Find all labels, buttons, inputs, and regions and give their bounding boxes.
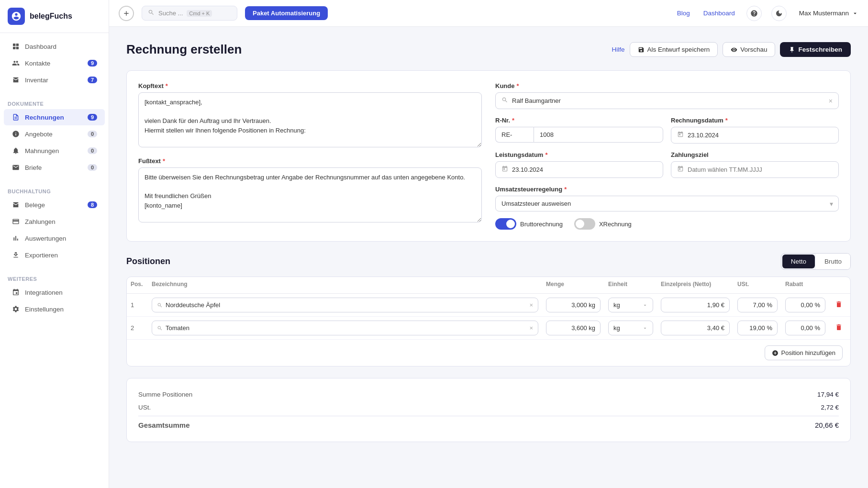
pos-einheit-select-2[interactable]: kg bbox=[608, 321, 653, 335]
sidebar-item-label-auswertungen: Auswertungen bbox=[25, 235, 97, 242]
customer-search-field[interactable]: × bbox=[495, 92, 839, 109]
pos-delete-button-2[interactable] bbox=[833, 322, 845, 335]
rechnungsdatum-label: Rechnungsdatum * bbox=[671, 117, 839, 124]
pos-discount-input-2[interactable] bbox=[785, 321, 825, 335]
kopftext-input[interactable]: [kontakt_ansprache], vielen Dank für den… bbox=[138, 92, 482, 147]
payments-icon bbox=[11, 217, 20, 226]
umsatzsteuer-select[interactable]: Umsatzsteuer ausweisen bbox=[495, 196, 839, 211]
pos-clear-icon-2[interactable]: × bbox=[529, 324, 533, 332]
pos-price-input-2[interactable] bbox=[661, 321, 730, 335]
xrechnung-toggle[interactable] bbox=[574, 218, 595, 230]
pos-discount-input-1[interactable] bbox=[785, 298, 825, 312]
user-menu[interactable]: Max Mustermann bbox=[799, 10, 858, 17]
form-right: Kunde * × bbox=[495, 82, 839, 230]
pos-menge-input-1[interactable] bbox=[546, 298, 601, 312]
pos-tax-input-1[interactable] bbox=[737, 298, 778, 312]
kunde-label: Kunde * bbox=[495, 82, 839, 89]
sidebar-item-label-inventar: Inventar bbox=[25, 77, 83, 84]
sidebar-item-zahlungen[interactable]: Zahlungen bbox=[4, 213, 105, 230]
rnr-prefix-input[interactable] bbox=[495, 127, 534, 143]
pos-price-input-1[interactable] bbox=[661, 298, 730, 312]
gesamtsumme-value: 20,66 € bbox=[815, 421, 839, 429]
search-bar[interactable]: Suche ... Cmd + K bbox=[142, 6, 237, 21]
col-rabatt: Rabatt bbox=[781, 277, 829, 294]
save-draft-button[interactable]: Als Entwurf speichern bbox=[630, 42, 718, 57]
customer-input[interactable] bbox=[512, 97, 825, 104]
sidebar-item-mahnungen[interactable]: Mahnungen 0 bbox=[4, 143, 105, 159]
pos-product-input-2[interactable]: × bbox=[152, 321, 538, 335]
theme-icon[interactable] bbox=[771, 6, 787, 21]
pos-num-1: 1 bbox=[127, 294, 148, 317]
col-ust: USt. bbox=[734, 277, 781, 294]
sidebar-header: belegFuchs bbox=[0, 0, 109, 33]
pos-einheit-select-1[interactable]: kg bbox=[608, 298, 653, 312]
package-button[interactable]: Paket Automatisierung bbox=[245, 6, 328, 20]
gesamtsumme-label: Gesamtsumme bbox=[138, 421, 190, 429]
sidebar-badge-mahnungen: 0 bbox=[88, 147, 97, 154]
blog-link[interactable]: Blog bbox=[677, 10, 690, 17]
add-position-button[interactable]: Position hinzufügen bbox=[765, 345, 843, 360]
positions-table: Pos. Bezeichnung Menge Einheit Einzelpre… bbox=[127, 277, 850, 339]
help-circle-icon[interactable] bbox=[746, 6, 762, 21]
bruttorechnung-label: Bruttorechnung bbox=[520, 221, 563, 228]
form-main-grid: Kopftext * [kontakt_ansprache], vielen D… bbox=[138, 82, 839, 230]
search-shortcut: Cmd + K bbox=[187, 10, 212, 17]
sidebar-item-angebote[interactable]: Angebote 0 bbox=[4, 126, 105, 142]
required-star: * bbox=[166, 82, 168, 89]
leistungsdatum-field[interactable] bbox=[512, 166, 657, 173]
sidebar-item-kontakte[interactable]: Kontakte 9 bbox=[4, 55, 105, 71]
col-actions bbox=[829, 277, 850, 294]
sidebar-item-einstellungen[interactable]: Einstellungen bbox=[4, 301, 105, 317]
rechnungsdatum-field[interactable] bbox=[688, 132, 833, 139]
bruttorechnung-toggle[interactable] bbox=[495, 218, 516, 230]
customer-clear-icon[interactable]: × bbox=[829, 97, 833, 105]
sidebar-section-dokumente: Dokumente Rechnungen 9 Angebote 0 Mahn bbox=[0, 93, 109, 181]
help-button[interactable]: Hilfe bbox=[612, 46, 625, 53]
chevron-down-icon-4 bbox=[642, 325, 648, 331]
sidebar-item-exportieren[interactable]: Exportieren bbox=[4, 247, 105, 263]
page-content: Rechnung erstellen Hilfe Als Entwurf spe… bbox=[109, 27, 868, 488]
delete-icon-2 bbox=[835, 323, 843, 331]
add-button[interactable] bbox=[119, 6, 134, 21]
rechnungsdatum-input[interactable] bbox=[671, 127, 839, 144]
sidebar-item-label-integrationen: Integrationen bbox=[25, 289, 97, 296]
pos-menge-cell-2 bbox=[542, 317, 604, 340]
pos-bezeichnung-cell-1: × bbox=[148, 294, 542, 317]
preview-label: Vorschau bbox=[740, 46, 767, 53]
summary-row-ust: USt. 2,72 € bbox=[138, 401, 839, 414]
bruttorechnung-toggle-item: Bruttorechnung bbox=[495, 218, 563, 230]
preview-button[interactable]: Vorschau bbox=[723, 42, 775, 57]
pos-bezeichnung-input-2[interactable] bbox=[166, 324, 526, 332]
sidebar-item-label-dashboard: Dashboard bbox=[25, 43, 97, 50]
sidebar-item-label-exportieren: Exportieren bbox=[25, 252, 97, 259]
pos-bezeichnung-input-1[interactable] bbox=[166, 301, 526, 309]
zahlungsziel-input[interactable] bbox=[671, 161, 839, 178]
zahlungsziel-label: Zahlungsziel bbox=[671, 151, 839, 158]
pos-delete-button-1[interactable] bbox=[833, 299, 845, 312]
dashboard-link[interactable]: Dashboard bbox=[703, 10, 735, 17]
rnr-number-input[interactable] bbox=[534, 127, 663, 143]
zahlungsziel-field[interactable] bbox=[688, 166, 833, 173]
chevron-down-icon bbox=[852, 10, 858, 17]
sidebar-item-inventar[interactable]: Inventar 7 bbox=[4, 72, 105, 88]
pos-product-input-1[interactable]: × bbox=[152, 298, 538, 312]
pos-clear-icon-1[interactable]: × bbox=[529, 301, 533, 309]
sidebar-item-label-zahlungen: Zahlungen bbox=[25, 218, 97, 225]
pin-icon bbox=[789, 46, 795, 53]
fusstext-input[interactable]: Bitte überweisen Sie den Rechnungsbetrag… bbox=[138, 167, 482, 222]
xrechnung-toggle-item: XRechnung bbox=[574, 218, 632, 230]
sidebar-item-rechnungen[interactable]: Rechnungen 9 bbox=[4, 109, 105, 125]
sidebar-badge-briefe: 0 bbox=[88, 164, 97, 171]
brutto-button[interactable]: Brutto bbox=[816, 254, 850, 269]
pos-menge-input-2[interactable] bbox=[546, 321, 601, 335]
pos-tax-input-2[interactable] bbox=[737, 321, 778, 335]
sidebar-item-briefe[interactable]: Briefe 0 bbox=[4, 159, 105, 176]
finalize-button[interactable]: Festschreiben bbox=[780, 42, 851, 57]
netto-button[interactable]: Netto bbox=[782, 255, 815, 268]
sidebar-item-auswertungen[interactable]: Auswertungen bbox=[4, 230, 105, 246]
leistungsdatum-input[interactable] bbox=[495, 161, 663, 178]
sidebar-item-dashboard[interactable]: Dashboard bbox=[4, 38, 105, 55]
sidebar-item-belege[interactable]: Belege 8 bbox=[4, 197, 105, 213]
sidebar-item-integrationen[interactable]: Integrationen bbox=[4, 284, 105, 300]
save-draft-label: Als Entwurf speichern bbox=[647, 46, 710, 53]
